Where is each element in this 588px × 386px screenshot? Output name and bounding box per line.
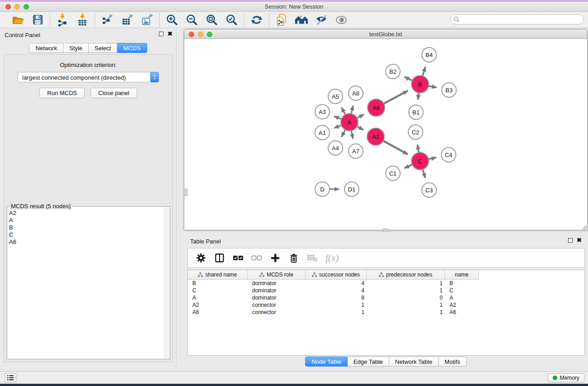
column-header-successor-nodes[interactable]: successor nodes bbox=[306, 270, 367, 280]
splitter-grip-bottom[interactable] bbox=[382, 229, 389, 232]
column-header-shared-name[interactable]: shared name bbox=[188, 270, 248, 280]
graph-node-B[interactable]: B bbox=[411, 76, 429, 93]
close-table-panel-icon[interactable]: ✖ bbox=[577, 238, 582, 243]
table-cell[interactable]: 1 bbox=[367, 301, 445, 309]
table-cell[interactable]: 1 bbox=[367, 287, 445, 294]
table-row[interactable]: A2connector11A2 bbox=[188, 301, 584, 309]
mcds-result-item[interactable]: A bbox=[9, 217, 163, 224]
create-column-plus-icon[interactable] bbox=[270, 253, 281, 263]
result-scrollbar[interactable] bbox=[164, 207, 169, 358]
table-cell[interactable]: B bbox=[445, 280, 479, 287]
graph-node-B3[interactable]: B3 bbox=[442, 83, 456, 97]
mcds-result-item[interactable]: B bbox=[9, 224, 163, 231]
table-cell[interactable]: 8 bbox=[306, 294, 367, 301]
graph-node-A3[interactable]: A3 bbox=[315, 105, 330, 119]
home-icon[interactable] bbox=[295, 13, 308, 27]
tab-motifs[interactable]: Motifs bbox=[439, 357, 467, 367]
close-panel-icon[interactable]: ✖ bbox=[167, 32, 172, 36]
table-settings-gear-icon[interactable] bbox=[196, 253, 206, 263]
save-floppy-icon[interactable] bbox=[31, 13, 44, 27]
graph-node-A1[interactable]: A1 bbox=[315, 125, 330, 140]
table-cell[interactable]: A2 bbox=[445, 301, 479, 309]
zoom-selected-icon[interactable] bbox=[225, 13, 239, 27]
mcds-result-item[interactable]: A2 bbox=[9, 210, 163, 217]
table-cell[interactable]: A bbox=[188, 294, 248, 301]
column-header-name[interactable]: name bbox=[445, 270, 479, 280]
zoom-in-icon[interactable] bbox=[165, 13, 179, 27]
graph-node-A7[interactable]: A7 bbox=[349, 144, 363, 158]
network-canvas[interactable]: B4B2BB3A5A8A6A3B1AA1C2A2A4A7C4CC1DD1C3 bbox=[184, 39, 587, 230]
tab-network[interactable]: Network bbox=[29, 43, 63, 53]
export-network-icon[interactable] bbox=[100, 13, 114, 27]
table-cell[interactable]: 1 bbox=[367, 309, 445, 316]
table-cell[interactable]: connector bbox=[248, 301, 306, 309]
tab-mcds[interactable]: MCDS bbox=[117, 43, 147, 53]
table-cell[interactable]: A2 bbox=[188, 301, 248, 309]
delete-table-icon[interactable] bbox=[307, 253, 318, 263]
tab-select[interactable]: Select bbox=[89, 43, 117, 53]
float-table-panel-icon[interactable] bbox=[568, 238, 573, 243]
table-cell[interactable]: C bbox=[188, 287, 248, 294]
graph-node-C3[interactable]: C3 bbox=[422, 183, 436, 197]
column-header-MCDS-role[interactable]: MCDS role bbox=[248, 270, 306, 280]
table-cell[interactable]: dominator bbox=[248, 294, 306, 301]
tab-network-table[interactable]: Network Table bbox=[389, 357, 439, 367]
search-input[interactable] bbox=[462, 16, 575, 23]
hide-view-icon[interactable] bbox=[315, 13, 328, 27]
table-cell[interactable]: 1 bbox=[306, 301, 367, 309]
table-cell[interactable]: 0 bbox=[367, 294, 445, 301]
export-image-icon[interactable] bbox=[140, 13, 154, 27]
resize-handle-icon[interactable] bbox=[581, 224, 587, 229]
graph-node-C4[interactable]: C4 bbox=[441, 148, 456, 162]
graph-node-A8[interactable]: A8 bbox=[349, 86, 363, 100]
table-cell[interactable]: dominator bbox=[248, 280, 306, 287]
table-cell[interactable]: C bbox=[445, 287, 479, 294]
graph-node-A6[interactable]: A6 bbox=[368, 99, 385, 116]
task-history-button[interactable] bbox=[5, 373, 16, 382]
graph-node-B2[interactable]: B2 bbox=[386, 64, 400, 79]
import-network-icon[interactable] bbox=[56, 13, 69, 27]
network-window-titlebar[interactable]: testGlobe.txt bbox=[184, 29, 587, 39]
mcds-result-item[interactable]: C bbox=[9, 231, 163, 238]
table-row[interactable]: A6connector11A6 bbox=[188, 309, 584, 316]
import-table-icon[interactable] bbox=[76, 13, 89, 27]
splitter-grip-left[interactable] bbox=[184, 189, 187, 196]
table-cell[interactable]: A6 bbox=[445, 309, 479, 316]
graph-node-C1[interactable]: C1 bbox=[386, 166, 400, 181]
graph-node-A[interactable]: A bbox=[341, 114, 358, 131]
graph-node-B1[interactable]: B1 bbox=[409, 105, 423, 119]
graph-node-B4[interactable]: B4 bbox=[422, 48, 436, 62]
show-view-icon[interactable] bbox=[335, 13, 348, 27]
graph-node-A4[interactable]: A4 bbox=[328, 141, 343, 155]
show-column-icon[interactable] bbox=[214, 253, 225, 263]
tab-node-table[interactable]: Node Table bbox=[305, 357, 348, 367]
mcds-result-item[interactable]: A6 bbox=[9, 238, 163, 246]
table-cell[interactable]: connector bbox=[248, 309, 306, 316]
select-all-columns-icon[interactable] bbox=[233, 253, 244, 263]
table-cell[interactable]: 4 bbox=[306, 287, 367, 294]
memory-button[interactable]: Memory bbox=[548, 373, 584, 382]
table-row[interactable]: Bdominator41B bbox=[188, 280, 584, 287]
run-mcds-button[interactable]: Run MCDS bbox=[39, 88, 85, 98]
table-cell[interactable]: dominator bbox=[248, 287, 306, 294]
column-header-predecessor-nodes[interactable]: predecessor nodes bbox=[367, 270, 445, 280]
refresh-icon[interactable] bbox=[250, 13, 263, 27]
graph-node-D[interactable]: D bbox=[315, 182, 330, 196]
graph-node-C2[interactable]: C2 bbox=[408, 125, 423, 139]
tab-style[interactable]: Style bbox=[63, 43, 89, 53]
duplicate-network-icon[interactable] bbox=[275, 13, 288, 27]
table-cell[interactable]: B bbox=[188, 280, 248, 287]
open-folder-icon[interactable] bbox=[11, 13, 24, 27]
graph-node-D1[interactable]: D1 bbox=[344, 182, 359, 196]
table-cell[interactable]: A bbox=[445, 294, 479, 301]
table-row[interactable]: Adominator80A bbox=[188, 294, 584, 301]
export-table-icon[interactable] bbox=[120, 13, 134, 27]
criterion-dropdown[interactable]: largest connected component (directed) ▲… bbox=[18, 72, 159, 82]
graph-node-A5[interactable]: A5 bbox=[328, 89, 343, 104]
zoom-out-icon[interactable] bbox=[185, 13, 199, 27]
zoom-fit-icon[interactable] bbox=[205, 13, 219, 27]
search-field[interactable] bbox=[450, 14, 584, 24]
close-panel-button[interactable]: Close panel bbox=[91, 88, 137, 98]
unselect-all-columns-icon[interactable] bbox=[251, 253, 262, 263]
table-cell[interactable]: 1 bbox=[367, 280, 445, 287]
